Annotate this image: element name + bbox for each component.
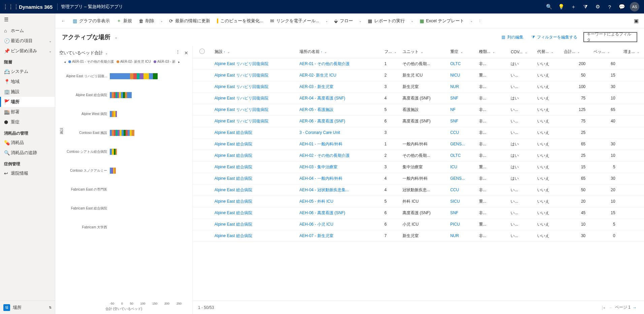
filter-icon[interactable]: ⧩ [579, 0, 591, 13]
gear-icon[interactable]: ⚙ [591, 0, 604, 13]
close-chart-icon[interactable]: ✕ [184, 50, 188, 56]
location-link[interactable]: AER-05 - 看護施設 [297, 104, 382, 115]
acuity-link[interactable]: CCU [448, 184, 476, 196]
excel-template-button[interactable]: ▦Excel テンプレート [417, 16, 467, 26]
acuity-link[interactable]: SNF [448, 92, 476, 104]
show-chart-button[interactable]: ▥グラフの非表示 [70, 16, 112, 26]
acuity-link[interactable]: NF [448, 104, 476, 115]
column-header[interactable]: 施設 ↑ ⌄ [212, 46, 297, 58]
table-row[interactable]: Alpine East 総合病院 AEH-02 - その他の長期介護 2 その他… [193, 150, 644, 161]
chat-icon[interactable]: 💬 [616, 0, 628, 13]
location-link[interactable]: AER-01 - その他の長期介護 [297, 58, 382, 69]
facility-link[interactable]: Alpine East 総合病院 [212, 161, 297, 173]
delete-dropdown[interactable]: ⌄ [158, 19, 165, 23]
prev-page-button[interactable]: ← [607, 305, 615, 310]
nav-item[interactable]: ⬢重症 [0, 117, 55, 127]
new-button[interactable]: ＋新規 [114, 16, 135, 26]
location-link[interactable]: AER-02- 新生児 ICU [297, 69, 382, 81]
table-row[interactable]: Alpine East リハビリ回復病院 AER-03 - 新生児室 3 新生児… [193, 81, 644, 92]
side-panel-toggle[interactable]: ▣ [631, 18, 641, 24]
column-header[interactable]: 代替... ⌄ [535, 46, 561, 58]
table-row[interactable]: Alpine East リハビリ回復病院 AER-05 - 看護施設 5 看護施… [193, 104, 644, 115]
nav-item[interactable]: 💊消耗品 [0, 138, 55, 148]
column-header[interactable]: 種類... ⌄ [476, 46, 508, 58]
next-page-button[interactable]: → [631, 305, 639, 310]
table-row[interactable]: Alpine East 総合病院 3 - Coronary Care Unit … [193, 127, 644, 138]
facility-link[interactable]: Alpine East リハビリ回復病院 [212, 92, 297, 104]
facility-link[interactable]: Alpine East リハビリ回復病院 [212, 69, 297, 81]
column-header[interactable]: 場所の名前 ↑ ⌄ [297, 46, 382, 58]
column-header[interactable]: ユニット ⌄ [400, 46, 448, 58]
acuity-link[interactable]: PICU [448, 219, 476, 230]
overflow-menu[interactable]: ⋮ [476, 19, 483, 23]
refresh-button[interactable]: ⟳最新の情報に更新 [166, 16, 213, 26]
facility-link[interactable]: Alpine East 総合病院 [212, 138, 297, 150]
acuity-link[interactable]: OLTC [448, 58, 476, 69]
legend-next-icon[interactable]: ▸ [178, 60, 180, 64]
email-dropdown[interactable]: ⌄ [323, 19, 330, 23]
nav-footer-area-switcher[interactable]: 場 場所 ⇅ [0, 301, 55, 314]
location-link[interactable]: AEH-03 - 集中治療室 [297, 161, 382, 173]
acuity-link[interactable]: GENS... [448, 173, 476, 184]
hamburger-icon[interactable]: ☰ [0, 13, 55, 26]
report-dropdown[interactable]: ⌄ [409, 19, 416, 23]
table-row[interactable]: Alpine East 総合病院 AEH-07 - 新生児室 7 新生児室 NU… [193, 230, 644, 241]
acuity-link[interactable]: NUR [448, 81, 476, 92]
location-link[interactable]: AEH-02 - その他の長期介護 [297, 150, 382, 161]
facility-link[interactable]: Alpine East 総合病院 [212, 207, 297, 219]
location-link[interactable]: 3 - Coronary Care Unit [297, 127, 382, 138]
nav-item[interactable]: 📍地域 [0, 77, 55, 87]
email-link-button[interactable]: ✉リンクを電子メール... [267, 16, 322, 26]
location-link[interactable]: AER-06 - 高度看護 (SNF) [297, 115, 382, 127]
column-header[interactable]: 埋ま... ⌄ [621, 46, 644, 58]
table-row[interactable]: Alpine East 総合病院 AEH-05 - 外科 ICU 5 外科 IC… [193, 196, 644, 207]
app-launcher-icon[interactable]: ⋮⋮⋮ [3, 4, 16, 10]
location-link[interactable]: AEH-05 - 外科 ICU [297, 196, 382, 207]
facility-link[interactable]: Alpine East 総合病院 [212, 196, 297, 207]
edit-filters-button[interactable]: ⧩フィルターを編集する [529, 34, 579, 40]
facility-link[interactable]: Alpine East 総合病院 [212, 184, 297, 196]
acuity-link[interactable]: OLTC [448, 150, 476, 161]
nav-item[interactable]: ↩退院情報 [0, 168, 55, 178]
search-icon[interactable]: 🔍 [543, 0, 555, 13]
table-row[interactable]: Alpine East リハビリ回復病院 AER-06 - 高度看護 (SNF)… [193, 115, 644, 127]
acuity-link[interactable]: SNF [448, 207, 476, 219]
column-header[interactable]: 重症 ⌄ [448, 46, 476, 58]
acuity-link[interactable]: NICU [448, 69, 476, 81]
facility-link[interactable]: Alpine East 総合病院 [212, 219, 297, 230]
column-header[interactable]: ベッ... ⌄ [591, 46, 620, 58]
nav-item[interactable]: ⌂ホーム [0, 26, 55, 36]
facility-link[interactable]: Alpine East 総合病院 [212, 173, 297, 184]
avatar[interactable]: AS [630, 2, 639, 11]
excel-dropdown[interactable]: ⌄ [468, 19, 475, 23]
acuity-link[interactable]: SICU [448, 196, 476, 207]
location-link[interactable]: AEH-04 - 一般内科/外科 [297, 173, 382, 184]
nav-item[interactable]: 📌ピン留め済み⌄ [0, 46, 55, 56]
column-header[interactable]: 合計... ⌄ [561, 46, 591, 58]
table-row[interactable]: Alpine East リハビリ回復病院 AER-01 - その他の長期介護 1… [193, 58, 644, 69]
flow-dropdown[interactable]: ⌄ [357, 19, 364, 23]
acuity-link[interactable]: SNF [448, 115, 476, 127]
location-link[interactable]: AER-04 - 高度看護 (SNF) [297, 92, 382, 104]
table-row[interactable]: Alpine East 総合病院 AEH-03 - 集中治療室 3 集中治療室 … [193, 161, 644, 173]
table-row[interactable]: Alpine East 総合病院 AEH-06 - 高度看護 (SNF) 6 高… [193, 207, 644, 219]
column-header[interactable]: COV... ⌄ [508, 46, 535, 58]
run-report-button[interactable]: ▦レポートの実行 [365, 16, 408, 26]
add-icon[interactable]: ＋ [567, 0, 579, 13]
flow-button[interactable]: ⬙フロー [331, 16, 356, 26]
acuity-link[interactable]: NUR [448, 230, 476, 241]
nav-item[interactable]: 🏬部署 [0, 107, 55, 117]
nav-item[interactable]: 🕘最近の項目⌄ [0, 36, 55, 46]
facility-link[interactable]: Alpine East リハビリ回復病院 [212, 81, 297, 92]
chart-more-menu[interactable]: ⋮ [175, 49, 180, 55]
location-link[interactable]: AEH-01 - 一般内科/外科 [297, 138, 382, 150]
table-row[interactable]: Alpine East 総合病院 AEH-04 - 冠状動脈疾患集... 4 冠… [193, 184, 644, 196]
nav-item[interactable]: 🔍消耗品の追跡 [0, 148, 55, 158]
edit-columns-button[interactable]: ▥列の編集 [500, 34, 525, 40]
back-button[interactable]: ← [58, 18, 69, 24]
location-link[interactable]: AEH-06 - 小児 ICU [297, 219, 382, 230]
nav-item[interactable]: 🏢施設 [0, 87, 55, 97]
acuity-link[interactable]: GENS... [448, 138, 476, 150]
acuity-link[interactable]: CCU [448, 127, 476, 138]
view-switcher-dropdown[interactable]: ⌄ [115, 35, 118, 39]
